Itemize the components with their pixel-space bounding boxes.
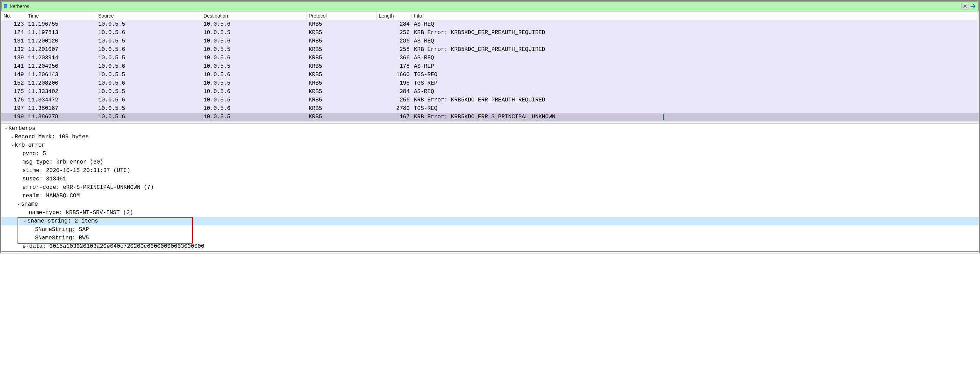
tree-item[interactable]: error-code: eRR-S-PRINCIPAL-UNKNOWN (7) bbox=[2, 183, 978, 192]
tree-item[interactable]: e-data: 3015a103020103a20e040c720200c000… bbox=[2, 242, 978, 251]
column-header-no[interactable]: No. bbox=[2, 11, 26, 20]
packet-details-pane: ▾Kerberos ▸Record Mark: 109 bytes ▾krb-e… bbox=[2, 123, 978, 252]
packet-row[interactable]: 14911.20614310.0.5.510.0.5.6KRB51660TGS-… bbox=[2, 70, 978, 79]
tree-item[interactable]: pvno: 5 bbox=[2, 150, 978, 158]
annotation-box bbox=[412, 114, 663, 120]
column-header-source[interactable]: Source bbox=[96, 11, 201, 20]
column-header-length[interactable]: Length bbox=[377, 11, 412, 20]
clear-filter-button[interactable]: ✕ bbox=[961, 3, 969, 10]
packet-row[interactable]: 14111.20495010.0.5.610.0.5.5KRB5178AS-RE… bbox=[2, 62, 978, 70]
packet-list-pane: No. Time Source Destination Protocol Len… bbox=[2, 11, 978, 121]
packet-row[interactable]: 19711.38018710.0.5.510.0.5.6KRB52780TGS-… bbox=[2, 104, 978, 113]
tree-item[interactable]: SNameString: SAP bbox=[2, 225, 978, 234]
packet-row[interactable]: 12411.19781310.0.5.610.0.5.5KRB5256KRB E… bbox=[2, 29, 978, 37]
display-filter-input[interactable] bbox=[10, 3, 960, 9]
tree-item[interactable]: SNameString: BW5 bbox=[2, 234, 978, 242]
packet-row[interactable]: 13211.20100710.0.5.610.0.5.5KRB5258KRB E… bbox=[2, 45, 978, 54]
column-header-proto[interactable]: Protocol bbox=[307, 11, 377, 20]
column-header-dest[interactable]: Destination bbox=[201, 11, 307, 20]
bookmark-icon[interactable] bbox=[3, 4, 8, 9]
apply-filter-button[interactable] bbox=[970, 3, 977, 10]
packet-row[interactable]: 17611.33447210.0.5.610.0.5.5KRB5256KRB E… bbox=[2, 96, 978, 104]
tree-item[interactable]: ▾Kerberos bbox=[2, 124, 978, 133]
column-header-info[interactable]: Info bbox=[412, 11, 978, 20]
packet-row[interactable]: 19911.38627810.0.5.610.0.5.5KRB5167KRB E… bbox=[2, 113, 978, 121]
packet-row[interactable]: 13911.20391410.0.5.510.0.5.6KRB5366AS-RE… bbox=[2, 54, 978, 62]
tree-item[interactable]: ▾sname bbox=[2, 200, 978, 209]
tree-item[interactable]: stime: 2020-10-15 20:31:37 (UTC) bbox=[2, 166, 978, 175]
packet-row[interactable]: 15211.20820010.0.5.610.0.5.5KRB5198TGS-R… bbox=[2, 79, 978, 88]
tree-item[interactable]: msg-type: krb-error (30) bbox=[2, 158, 978, 166]
tree-item[interactable]: ▸Record Mark: 109 bytes bbox=[2, 133, 978, 141]
tree-item-sname-string[interactable]: ▾sname-string: 2 items bbox=[2, 217, 978, 225]
tree-item[interactable]: ▾krb-error bbox=[2, 141, 978, 150]
packet-row[interactable]: 12311.19675510.0.5.510.0.5.6KRB5284AS-RE… bbox=[2, 20, 978, 29]
packet-rows: 12311.19675510.0.5.510.0.5.6KRB5284AS-RE… bbox=[2, 20, 978, 121]
tree-item[interactable]: name-type: kRB5-NT-SRV-INST (2) bbox=[2, 209, 978, 217]
column-header-time[interactable]: Time bbox=[26, 11, 96, 20]
tree-item[interactable]: susec: 313461 bbox=[2, 175, 978, 183]
tree-item[interactable]: realm: HANABQ.COM bbox=[2, 192, 978, 200]
packet-row[interactable]: 17511.33340210.0.5.510.0.5.6KRB5284AS-RE… bbox=[2, 88, 978, 96]
packet-list-header: No. Time Source Destination Protocol Len… bbox=[2, 11, 978, 20]
packet-row[interactable]: 13111.20012010.0.5.510.0.5.6KRB5286AS-RE… bbox=[2, 37, 978, 45]
display-filter-bar: ✕ bbox=[2, 2, 978, 11]
